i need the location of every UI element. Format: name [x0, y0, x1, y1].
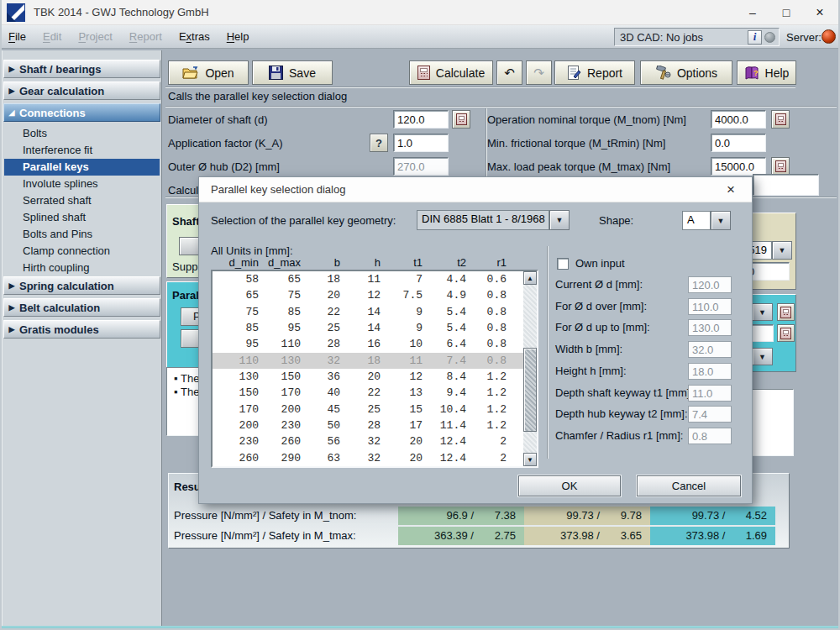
shape-label: Shape: [599, 214, 633, 227]
book-icon: ? [744, 66, 759, 80]
menu-edit[interactable]: Edit [34, 27, 70, 46]
close-button[interactable]: × [803, 1, 837, 24]
cancel-button[interactable]: Cancel [637, 475, 741, 496]
partially-hidden-input[interactable] [753, 174, 819, 196]
field-label-peak-torque: Max. load peak torque (M_tmax) [Nm] [487, 158, 670, 176]
table-row[interactable]: 17020045251510.41.2 [213, 402, 523, 417]
sidebar-section-connections[interactable]: ◢Connections [3, 103, 160, 122]
maximize-button[interactable]: □ [769, 1, 803, 24]
field-label-outer-hub: Outer Ø hub (D2) [mm] [168, 158, 280, 176]
ok-button[interactable]: OK [518, 475, 621, 496]
menu-file[interactable]: File [0, 27, 34, 46]
sidebar-section-gear-calculation[interactable]: ▶Gear calculation [3, 81, 160, 100]
sidebar-item-bolts[interactable]: Bolts [4, 125, 160, 142]
sidebar-item-interference-fit[interactable]: Interference fit [4, 142, 160, 159]
cyan-panel-calc-button-2[interactable] [777, 324, 795, 342]
shape-dropdown[interactable]: A ▼ [682, 211, 731, 230]
menu-help[interactable]: Help [218, 27, 258, 46]
sidebar-item-parallel-keys[interactable]: Parallel keys [4, 159, 160, 176]
column-header-r1: r1 [466, 256, 507, 269]
table-row[interactable]: 1101303218117.40.8 [213, 353, 523, 369]
dialog-field-input-1 [688, 298, 732, 315]
result-cell: 99.73 /4.52 [650, 507, 775, 525]
form-separator-top [165, 106, 837, 108]
dialog-field-input-2 [688, 319, 732, 336]
sidebar-item-involute-splines[interactable]: Involute splines [4, 176, 160, 192]
table-row[interactable]: 5865181174.40.6 [213, 271, 523, 287]
application-factor-input[interactable] [393, 134, 449, 152]
nominal-torque-calc-button[interactable] [771, 110, 790, 129]
shaft-diameter-calc-button[interactable] [452, 110, 470, 129]
server-label: Server: [786, 31, 822, 44]
sidebar-item-hirth-coupling[interactable]: Hirth coupling [4, 260, 160, 276]
triangle-collapsed-icon: ▶ [4, 303, 19, 312]
chevron-down-icon[interactable]: ▼ [752, 348, 773, 365]
table-row[interactable]: 23026056322012.42 [213, 433, 523, 449]
sidebar-section-spring-calculation[interactable]: ▶Spring calculation [3, 276, 160, 295]
geometry-dropdown[interactable]: DIN 6885 Blatt 1 - 8/1968 ▼ [417, 210, 570, 230]
frictional-torque-input[interactable] [711, 134, 766, 152]
sidebar-item-splined-shaft[interactable]: Splined shaft [4, 209, 160, 226]
menu-extras[interactable]: Extras [171, 27, 218, 46]
sidebar-item-clamp-connection[interactable]: Clamp connection [4, 243, 160, 260]
field-label-shaft-diameter: Diameter of shaft (d) [168, 111, 268, 129]
peak-torque-input[interactable] [711, 157, 766, 176]
table-row[interactable]: 657520127.54.90.8 [213, 287, 523, 303]
table-row[interactable]: 951102816106.40.8 [213, 336, 523, 352]
table-row[interactable]: 1501704022139.41.2 [213, 385, 523, 401]
vertical-scrollbar[interactable]: ▲ ▼ [523, 271, 537, 466]
redo-button[interactable]: ↷ [526, 60, 552, 85]
dialog-close-icon[interactable]: × [718, 180, 743, 200]
dialog-field-label-1: For Ø d over [mm]: [555, 300, 647, 312]
sidebar-item-serrated-shaft[interactable]: Serrated shaft [4, 192, 160, 209]
field-label-calculation-truncated: Calcul [168, 181, 198, 200]
result-cell: 373.98 /3.65 [524, 527, 650, 545]
result-cell: 373.98 /1.69 [650, 527, 775, 545]
scroll-down-icon[interactable]: ▼ [523, 453, 537, 466]
dialog-divider [547, 246, 549, 459]
column-header-t1: t1 [381, 256, 423, 269]
info-icon[interactable]: i [748, 30, 762, 45]
table-row[interactable]: 20023050281711.41.2 [213, 417, 523, 433]
save-button[interactable]: Save [252, 60, 333, 85]
column-header-t2: t2 [423, 256, 466, 269]
table-row[interactable]: 8595251495.40.8 [213, 320, 523, 336]
help-button[interactable]: ? Help [737, 60, 796, 85]
sidebar-item-bolts-and-pins[interactable]: Bolts and Pins [4, 226, 160, 243]
sidebar-section-shaft-bearings[interactable]: ▶Shaft / bearings [3, 60, 160, 78]
minimize-button[interactable]: – [736, 1, 769, 24]
scrollbar-thumb[interactable] [523, 348, 537, 432]
chevron-down-icon[interactable]: ▼ [549, 210, 570, 230]
shaft-diameter-input[interactable] [393, 110, 449, 129]
nominal-torque-input[interactable] [711, 110, 766, 129]
sidebar-section-gratis-modules[interactable]: ▶Gratis modules [3, 320, 160, 339]
calculate-button[interactable]: Calculate [409, 60, 493, 85]
own-input-checkbox[interactable] [557, 258, 569, 270]
shape-dropdown-value: A [682, 211, 711, 230]
chevron-down-icon[interactable]: ▼ [711, 211, 731, 230]
report-button[interactable]: Report [554, 60, 635, 85]
svg-text:?: ? [753, 69, 759, 77]
application-factor-help-button[interactable]: ? [370, 134, 388, 152]
table-row[interactable]: 1301503620128.41.2 [213, 369, 523, 385]
status-line: Calls the parallel key selection dialog [168, 90, 347, 102]
chevron-down-icon[interactable]: ▼ [772, 241, 792, 260]
menu-project[interactable]: Project [70, 27, 120, 46]
scroll-up-icon[interactable]: ▲ [523, 271, 537, 285]
menu-report[interactable]: Report [121, 27, 171, 46]
sidebar-section-belt-calculation[interactable]: ▶Belt calculation [3, 298, 160, 317]
geometry-dropdown-value: DIN 6885 Blatt 1 - 8/1968 [417, 210, 549, 230]
dialog-field-input-5 [688, 385, 732, 402]
open-button[interactable]: Open [168, 60, 249, 85]
result-cell: 99.73 /9.78 [524, 507, 650, 525]
table-row[interactable]: 7585221495.40.8 [213, 304, 523, 320]
app-logo-icon [7, 3, 25, 22]
column-header-b: b [301, 256, 340, 269]
peak-torque-calc-button[interactable] [771, 157, 790, 176]
report-icon [567, 66, 581, 80]
table-row[interactable]: 26029063322012.42 [213, 450, 523, 466]
undo-button[interactable]: ↶ [496, 60, 522, 85]
cyan-panel-calc-button-1[interactable] [777, 303, 795, 321]
options-button[interactable]: Options [640, 60, 732, 85]
chevron-down-icon[interactable]: ▼ [752, 303, 773, 321]
